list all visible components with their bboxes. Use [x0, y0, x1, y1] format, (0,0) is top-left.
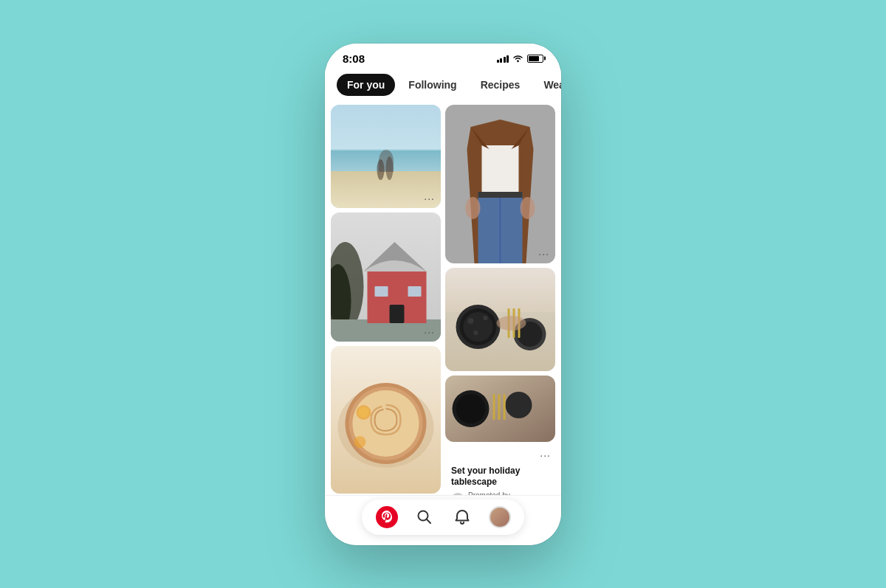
pin-promoted-card[interactable]: ··· Set your holiday tablescape Promoted… — [445, 446, 555, 495]
status-time: 8:08 — [343, 52, 365, 65]
status-icons — [497, 55, 544, 63]
battery-fill — [529, 56, 539, 61]
home-nav-button[interactable] — [372, 502, 402, 532]
svg-rect-2 — [331, 149, 441, 171]
svg-rect-30 — [478, 192, 523, 198]
tab-recipes[interactable]: Recipes — [470, 74, 531, 96]
svg-point-5 — [377, 159, 385, 180]
pin-pie-card[interactable] — [331, 346, 441, 494]
svg-point-45 — [484, 316, 488, 320]
pinterest-logo — [376, 506, 398, 528]
svg-point-6 — [386, 156, 394, 180]
fashion-scene-svg — [445, 105, 555, 263]
pins-col-left: ··· — [331, 105, 441, 495]
svg-rect-14 — [375, 286, 388, 297]
svg-point-32 — [521, 197, 535, 219]
svg-line-63 — [426, 519, 430, 524]
bell-nav-icon — [454, 509, 470, 525]
tab-wear[interactable]: Wear — [533, 74, 561, 96]
svg-rect-15 — [408, 286, 422, 297]
svg-point-31 — [466, 197, 481, 219]
pin-beach-card[interactable]: ··· — [331, 105, 441, 208]
pin-tabletop-card[interactable] — [445, 268, 555, 371]
tabletop-scene-svg — [445, 268, 555, 371]
pinterest-p-icon — [382, 511, 392, 524]
pin-tabletop-image — [445, 268, 555, 371]
svg-rect-13 — [390, 305, 405, 323]
pins-grid: ··· — [325, 102, 561, 495]
pin-fashion-card[interactable]: ··· — [445, 105, 555, 263]
signal-bar-1 — [497, 60, 499, 63]
content-area: ··· — [325, 102, 561, 495]
pin-house-card[interactable]: ··· — [331, 212, 441, 342]
search-nav-button[interactable] — [410, 502, 439, 532]
signal-bar-4 — [506, 55, 509, 63]
svg-rect-4 — [331, 148, 441, 151]
pin-house-image — [331, 212, 441, 342]
pins-col-right: ··· — [445, 105, 555, 495]
bottom-nav — [325, 495, 561, 545]
signal-bars-icon — [497, 55, 509, 63]
svg-rect-51 — [493, 394, 495, 420]
svg-point-0 — [517, 60, 518, 61]
fashion-pin-menu[interactable]: ··· — [538, 249, 549, 259]
svg-point-25 — [353, 390, 419, 457]
phone-frame: 8:08 For you Following — [325, 44, 561, 545]
house-scene-svg — [331, 212, 441, 342]
pie-scene-svg — [331, 346, 441, 494]
house-pin-menu[interactable]: ··· — [424, 327, 435, 337]
tab-following[interactable]: Following — [398, 74, 467, 96]
svg-rect-53 — [504, 394, 506, 420]
pin-fashion-image — [445, 105, 555, 263]
promoted-pin-menu[interactable]: ··· — [445, 446, 555, 461]
battery-icon — [527, 55, 543, 63]
svg-point-50 — [506, 392, 532, 418]
tabletop2-scene-svg — [445, 376, 555, 442]
svg-point-46 — [474, 331, 478, 335]
pin-tabletop2-card[interactable] — [445, 376, 555, 442]
notifications-nav-button[interactable] — [447, 502, 477, 532]
svg-rect-52 — [498, 394, 501, 420]
nav-pill — [362, 499, 524, 535]
svg-point-44 — [468, 318, 474, 324]
profile-avatar-icon — [489, 506, 511, 528]
promoted-info: Set your holiday tablescape Promoted by … — [445, 461, 555, 495]
svg-point-37 — [464, 312, 493, 342]
signal-bar-2 — [500, 58, 502, 63]
pin-pie-image — [331, 346, 441, 494]
svg-point-49 — [456, 394, 486, 423]
profile-nav-button[interactable] — [485, 502, 515, 532]
tab-for-you[interactable]: For you — [337, 74, 395, 96]
search-nav-icon — [416, 509, 433, 525]
beach-pin-menu[interactable]: ··· — [424, 193, 435, 204]
wifi-icon — [512, 55, 523, 63]
tab-bar: For you Following Recipes Wear — [325, 68, 561, 102]
status-bar: 8:08 — [325, 44, 561, 68]
signal-bar-3 — [504, 57, 506, 63]
promoted-title: Set your holiday tablescape — [451, 466, 549, 488]
pin-tabletop2-image — [445, 376, 555, 442]
svg-point-43 — [497, 316, 526, 331]
